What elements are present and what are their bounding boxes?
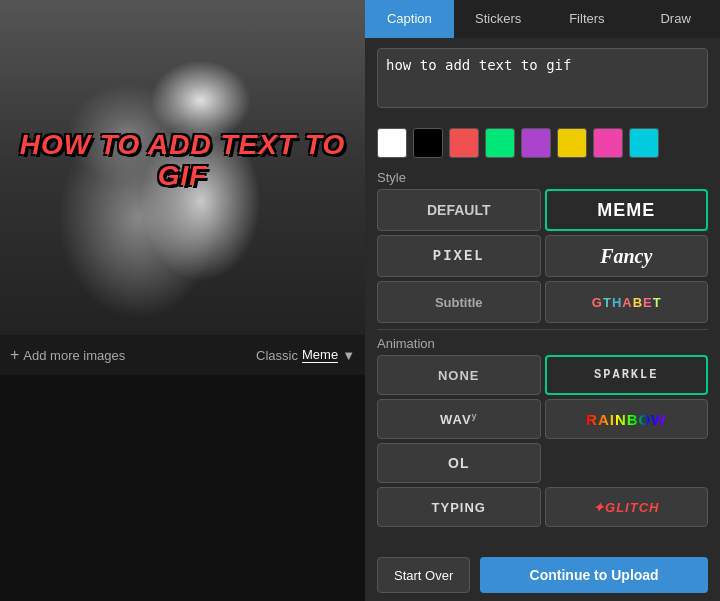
style-meme-label: MEME	[597, 200, 655, 221]
style-alphabet[interactable]: G T H A B E T	[545, 281, 709, 323]
start-over-button[interactable]: Start Over	[377, 557, 470, 593]
continue-button[interactable]: Continue to Upload	[480, 557, 708, 593]
style-default-label: DEFAULT	[427, 202, 491, 218]
add-more-label: Add more images	[23, 348, 125, 363]
classic-style-label[interactable]: Classic	[256, 348, 298, 363]
style-section-label: Style	[365, 164, 720, 189]
color-swatch-yellow[interactable]	[557, 128, 587, 158]
style-fancy[interactable]: Fancy	[545, 235, 709, 277]
anim-sparkle-label: SPARKLE	[594, 368, 658, 382]
style-pixel-label: PIXEL	[433, 248, 485, 264]
color-swatch-pink[interactable]	[593, 128, 623, 158]
dropdown-arrow-icon[interactable]: ▼	[342, 348, 355, 363]
style-subtitle-label: Subtitle	[435, 295, 483, 310]
meme-style-label[interactable]: Meme	[302, 347, 338, 363]
gif-overlay-text: HOW TO ADD TEXT TO GIF	[18, 130, 347, 192]
anim-rainbow-label: RAINBOW	[586, 411, 666, 428]
anim-none[interactable]: NONE	[377, 355, 541, 395]
footer-buttons: Start Over Continue to Upload	[365, 549, 720, 601]
anim-wavy-label: WAVy	[440, 411, 478, 427]
style-pixel[interactable]: PIXEL	[377, 235, 541, 277]
alphabet-display: G T H A B E T	[592, 295, 661, 310]
animation-grid: NONE SPARKLE WAVy RAINBOW OL TYPING ✦GLI…	[365, 355, 720, 533]
style-default[interactable]: DEFAULT	[377, 189, 541, 231]
tab-draw[interactable]: Draw	[631, 0, 720, 38]
plus-icon: +	[10, 346, 19, 364]
tab-filters[interactable]: Filters	[543, 0, 632, 38]
anim-none-label: NONE	[438, 368, 480, 383]
tab-stickers[interactable]: Stickers	[454, 0, 543, 38]
color-swatch-white[interactable]	[377, 128, 407, 158]
anim-ol[interactable]: OL	[377, 443, 541, 483]
tab-caption[interactable]: Caption	[365, 0, 454, 38]
anim-wavy[interactable]: WAVy	[377, 399, 541, 439]
bottom-bar: + Add more images Classic Meme ▼	[0, 335, 365, 375]
caption-input-area: how to add text to gif	[365, 38, 720, 122]
anim-glitch-label: ✦GLITCH	[593, 500, 659, 515]
anim-ol-label: OL	[448, 455, 469, 471]
anim-sparkle[interactable]: SPARKLE	[545, 355, 709, 395]
color-swatch-black[interactable]	[413, 128, 443, 158]
animation-section-label: Animation	[365, 330, 720, 355]
anim-glitch[interactable]: ✦GLITCH	[545, 487, 709, 527]
style-grid: DEFAULT MEME PIXEL Fancy Subtitle G T H …	[365, 189, 720, 329]
style-meme[interactable]: MEME	[545, 189, 709, 231]
color-swatch-purple[interactable]	[521, 128, 551, 158]
right-panel: Caption Stickers Filters Draw how to add…	[365, 0, 720, 601]
anim-typing-label: TYPING	[432, 500, 486, 515]
color-swatch-cyan[interactable]	[629, 128, 659, 158]
left-panel: HOW TO ADD TEXT TO GIF + Add more images…	[0, 0, 365, 601]
add-more-button[interactable]: + Add more images	[10, 346, 125, 364]
color-swatch-green[interactable]	[485, 128, 515, 158]
color-swatches	[365, 122, 720, 164]
color-swatch-red[interactable]	[449, 128, 479, 158]
style-fancy-label: Fancy	[600, 245, 652, 268]
tab-bar: Caption Stickers Filters Draw	[365, 0, 720, 38]
caption-textarea[interactable]: how to add text to gif	[377, 48, 708, 108]
anim-typing[interactable]: TYPING	[377, 487, 541, 527]
anim-rainbow[interactable]: RAINBOW	[545, 399, 709, 439]
style-selector: Classic Meme ▼	[256, 347, 355, 363]
gif-preview: HOW TO ADD TEXT TO GIF	[0, 0, 365, 335]
left-bottom-area	[0, 375, 365, 601]
style-subtitle[interactable]: Subtitle	[377, 281, 541, 323]
